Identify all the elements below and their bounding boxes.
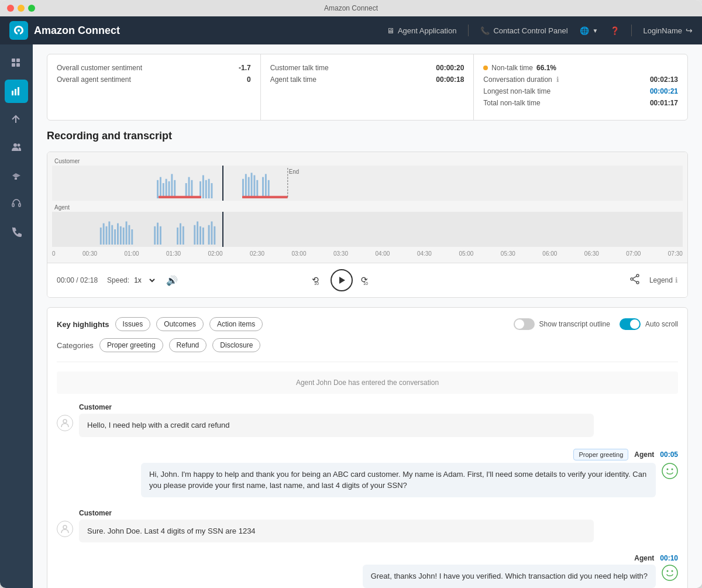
svg-line-74 xyxy=(633,280,637,282)
svg-point-81 xyxy=(667,570,669,572)
close-button[interactable] xyxy=(7,5,14,12)
chevron-down-icon: ▼ xyxy=(593,27,598,34)
auto-scroll-label: Auto scroll xyxy=(645,320,678,328)
svg-text:10: 10 xyxy=(363,281,368,286)
svg-rect-23 xyxy=(202,175,204,198)
speed-select[interactable]: 1x 1.5x 2x xyxy=(132,276,157,285)
proper-greeting-pill[interactable]: Proper greeting xyxy=(99,338,163,352)
content-area[interactable]: Overall customer sentiment -1.7 Overall … xyxy=(33,44,702,588)
recording-section: Recording and transcript Customer xyxy=(47,130,688,298)
conversation-duration-value: 00:02:13 xyxy=(650,75,678,84)
svg-rect-63 xyxy=(211,221,213,245)
contact-control-panel-button[interactable]: 📞 Contact Control Panel xyxy=(480,26,567,35)
legend-button[interactable]: Legend ℹ xyxy=(649,276,678,284)
sidebar-item-campaigns[interactable] xyxy=(5,164,28,187)
agent-bubble-1: Hi, John. I'm happy to help and thank yo… xyxy=(141,463,656,497)
play-button[interactable] xyxy=(331,269,353,291)
svg-point-78 xyxy=(672,468,673,470)
time-axis: 0 00:30 01:00 01:30 02:00 02:30 03:00 03… xyxy=(52,249,683,258)
svg-rect-40 xyxy=(100,228,102,245)
outcomes-pill[interactable]: Outcomes xyxy=(156,317,204,331)
svg-rect-42 xyxy=(106,226,108,245)
svg-rect-61 xyxy=(202,228,204,245)
svg-rect-28 xyxy=(245,174,247,198)
content-inner: Overall customer sentiment -1.7 Overall … xyxy=(33,44,702,588)
highlights-right: Show transcript outline Auto scroll xyxy=(514,318,678,330)
sidebar-item-headset[interactable] xyxy=(5,192,28,215)
language-button[interactable]: 🌐 ▼ xyxy=(580,26,598,35)
customer-talk-row: Customer talk time 00:00:20 xyxy=(270,64,464,72)
svg-rect-26 xyxy=(211,183,213,198)
auto-scroll-toggle-switch[interactable] xyxy=(620,318,641,330)
logout-icon: ↪ xyxy=(686,26,693,35)
sidebar-item-grid[interactable] xyxy=(5,51,28,75)
share-icon[interactable] xyxy=(629,274,640,287)
agent-timestamp-1: 00:05 xyxy=(660,451,678,459)
svg-rect-22 xyxy=(199,181,201,198)
svg-marker-67 xyxy=(339,277,345,284)
minimize-button[interactable] xyxy=(18,5,25,12)
agent-bubble-wrapper-1: Hi, John. I'm happy to help and thank yo… xyxy=(141,463,678,497)
svg-point-82 xyxy=(672,570,673,572)
transcript-outline-toggle: Show transcript outline xyxy=(514,318,610,330)
player-time: 00:00 / 02:18 xyxy=(57,276,98,284)
agent-sentiment-value: 0 xyxy=(247,75,251,84)
action-items-pill[interactable]: Action items xyxy=(209,317,263,331)
svg-rect-4 xyxy=(16,63,20,67)
topnav-right: 🖥 Agent Application 📞 Contact Control Pa… xyxy=(387,25,693,36)
top-nav: Amazon Connect 🖥 Agent Application 📞 Con… xyxy=(0,16,702,44)
customer-avatar-1 xyxy=(57,415,73,431)
sidebar-item-phone[interactable] xyxy=(5,220,28,243)
svg-text:End: End xyxy=(289,169,299,175)
customer-track: Customer xyxy=(52,157,683,201)
svg-point-75 xyxy=(63,419,67,423)
agent-application-button[interactable]: 🖥 Agent Application xyxy=(387,26,456,35)
volume-icon[interactable]: 🔊 xyxy=(166,275,178,286)
customer-waveform[interactable]: End xyxy=(52,166,683,201)
agent-waveform[interactable] xyxy=(52,212,683,247)
system-message: Agent John Doe has entered the conversat… xyxy=(57,372,678,394)
svg-rect-48 xyxy=(123,228,125,245)
toggle-knob xyxy=(515,319,524,329)
user-menu-button[interactable]: LoginName ↪ xyxy=(644,26,693,35)
svg-rect-31 xyxy=(253,175,255,198)
transcript-outline-label: Show transcript outline xyxy=(539,320,610,328)
stats-grid: Overall customer sentiment -1.7 Overall … xyxy=(47,54,688,121)
sidebar-item-users[interactable] xyxy=(5,136,28,159)
svg-rect-64 xyxy=(214,226,215,245)
svg-point-70 xyxy=(636,274,639,277)
agent-track-label: Agent xyxy=(52,203,683,212)
help-button[interactable]: ❓ xyxy=(610,26,620,35)
customer-talk-label: Customer talk time xyxy=(270,64,329,72)
key-highlights-label: Key highlights xyxy=(57,320,109,329)
customer-bubble-1: Hello, I need help with a credit card re… xyxy=(79,414,594,437)
non-talk-label: Non-talk time xyxy=(491,64,533,72)
categories-row: Categories Proper greeting Refund Disclo… xyxy=(57,338,678,352)
sidebar-item-routing[interactable] xyxy=(5,108,28,131)
total-non-talk-value: 00:01:17 xyxy=(650,99,678,107)
transcript-outline-toggle-switch[interactable] xyxy=(514,318,535,330)
svg-rect-3 xyxy=(12,63,15,67)
disclosure-pill[interactable]: Disclosure xyxy=(212,338,260,352)
total-non-talk-label: Total non-talk time xyxy=(483,99,540,107)
play-controls: ⟲ 10 ⟳ xyxy=(311,269,373,291)
sidebar-item-analytics[interactable] xyxy=(5,80,28,103)
svg-rect-60 xyxy=(199,226,201,245)
issues-pill[interactable]: Issues xyxy=(115,317,151,331)
maximize-button[interactable] xyxy=(28,5,35,12)
svg-rect-32 xyxy=(256,180,258,198)
svg-rect-57 xyxy=(183,226,184,245)
refund-pill[interactable]: Refund xyxy=(169,338,207,352)
svg-rect-13 xyxy=(160,177,161,198)
waveform-area[interactable]: Customer xyxy=(47,152,687,263)
svg-rect-49 xyxy=(126,221,128,245)
sentiment-cell: Overall customer sentiment -1.7 Overall … xyxy=(47,54,261,120)
svg-rect-16 xyxy=(168,181,170,198)
agent-track: Agent xyxy=(52,203,683,247)
svg-rect-1 xyxy=(12,59,15,62)
forward-button[interactable]: ⟳ 10 xyxy=(360,273,373,288)
info-icon: ℹ xyxy=(556,75,559,84)
rewind-button[interactable]: ⟲ 10 xyxy=(311,273,324,288)
agent-sentiment-icon-1 xyxy=(662,463,678,482)
recording-player: Customer xyxy=(47,152,688,298)
